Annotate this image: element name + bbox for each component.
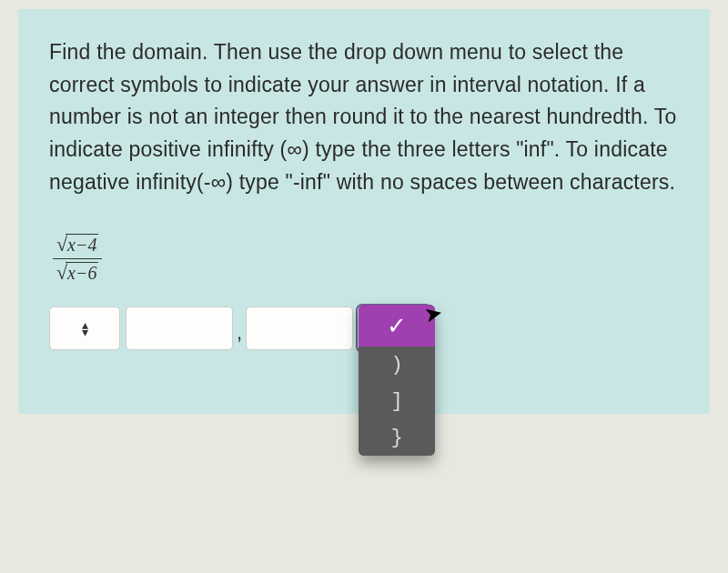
- question-text: Find the domain. Then use the drop down …: [49, 36, 679, 198]
- updown-arrows-icon: ▴▾: [82, 321, 88, 337]
- check-icon: ✓: [387, 312, 407, 340]
- numerator-radicand: x−4: [66, 234, 98, 256]
- fraction-numerator: √ x−4: [53, 233, 102, 259]
- denominator-radicand: x−6: [66, 262, 98, 284]
- expression-fraction: √ x−4 √ x−6: [53, 233, 102, 285]
- cursor-arrow-icon: ➤: [421, 299, 444, 328]
- interval-comma: ,: [237, 321, 242, 350]
- left-bracket-dropdown[interactable]: ▴▾: [49, 307, 120, 350]
- left-value-input[interactable]: [126, 307, 233, 350]
- right-bracket-dropdown-menu[interactable]: ✓ ) ] }: [359, 305, 435, 456]
- right-bracket-wrapper: ➤ ✓ ) ] }: [359, 307, 430, 350]
- fraction-denominator: √ x−6: [53, 259, 102, 285]
- sqrt-denominator: √ x−6: [56, 261, 98, 285]
- answer-row: ▴▾ , ➤ ✓ ) ] }: [49, 307, 679, 350]
- right-value-input[interactable]: [246, 307, 353, 350]
- question-panel: Find the domain. Then use the drop down …: [18, 9, 710, 414]
- sqrt-numerator: √ x−4: [56, 233, 98, 256]
- dropdown-option-bracket[interactable]: ]: [359, 383, 435, 419]
- dropdown-option-brace[interactable]: }: [359, 419, 435, 456]
- dropdown-option-paren[interactable]: ): [359, 347, 435, 383]
